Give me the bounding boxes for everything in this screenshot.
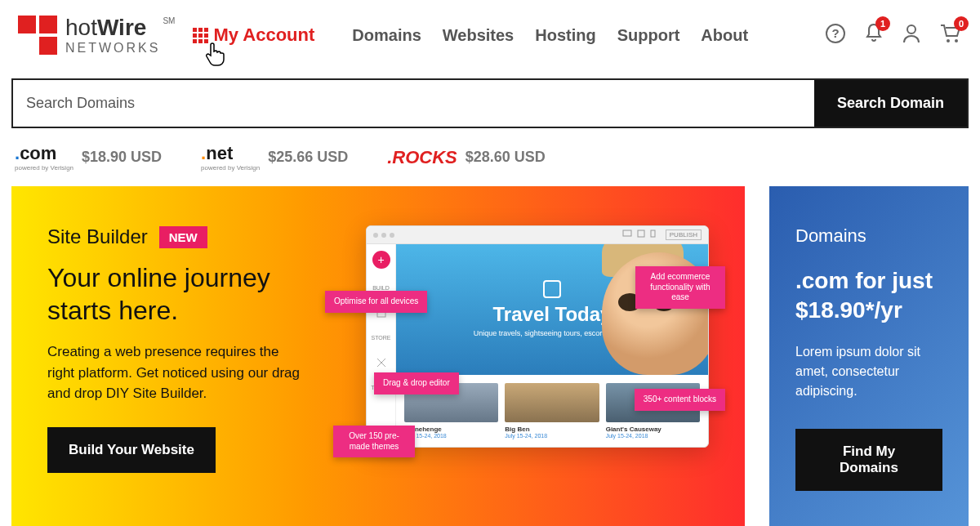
domains-title: Domains: [795, 225, 942, 247]
price-com[interactable]: .compowered by Verisign $18.90 USD: [15, 143, 162, 172]
cart-icon[interactable]: 0: [939, 23, 962, 47]
search-input[interactable]: [13, 80, 814, 127]
sb-title: Site Builder: [47, 225, 148, 248]
new-badge: NEW: [159, 226, 207, 248]
theme-icon: [376, 357, 387, 368]
domain-price-row: .compowered by Verisign $18.90 USD .netp…: [0, 135, 980, 186]
logo[interactable]: hotWireSM NETWORKS: [18, 15, 160, 56]
svg-text:?: ?: [831, 26, 839, 40]
svg-rect-6: [638, 230, 644, 237]
tag-ecom: Add ecommerce functionality with ease: [635, 266, 725, 309]
nav-websites[interactable]: Websites: [443, 26, 514, 45]
cart-badge: 0: [954, 16, 969, 31]
user-icon[interactable]: [902, 23, 921, 47]
tag-themes: Over 150 pre-made themes: [333, 426, 415, 457]
svg-point-4: [955, 39, 958, 42]
header: hotWireSM NETWORKS My Account Domains We…: [0, 0, 980, 70]
svg-point-2: [907, 25, 915, 33]
find-domains-button[interactable]: Find My Domains: [795, 429, 942, 491]
build-website-button[interactable]: Build Your Website: [47, 427, 216, 473]
price-rocks[interactable]: .ROCKS $28.60 USD: [387, 147, 546, 168]
domains-body: Lorem ipsum dolor sit amet, consectetur …: [795, 342, 942, 401]
sb-heading: Your online journey starts here.: [47, 261, 309, 327]
help-icon[interactable]: ?: [825, 23, 846, 47]
main-nav: Domains Websites Hosting Support About: [352, 26, 748, 45]
svg-point-3: [947, 39, 950, 42]
device-icons: PUBLISH: [622, 230, 702, 240]
logo-squares-icon: [18, 16, 57, 55]
my-account-link[interactable]: My Account: [193, 25, 314, 46]
tag-optimise: Optimise for all devices: [325, 291, 427, 313]
domain-search-bar: Search Domain: [11, 78, 969, 128]
tag-drag: Drag & drop editor: [374, 372, 459, 394]
tag-blocks: 350+ content blocks: [635, 389, 725, 411]
svg-rect-5: [623, 230, 631, 236]
domains-card: Domains .com for just $18.90*/yr Lorem i…: [769, 186, 969, 526]
builder-mock: PUBLISH + BUILD STORE THEME: [333, 225, 709, 491]
hand-cursor-icon: [204, 41, 227, 67]
search-button[interactable]: Search Domain: [814, 80, 967, 127]
svg-rect-7: [651, 230, 655, 237]
nav-about[interactable]: About: [701, 26, 748, 45]
nav-domains[interactable]: Domains: [352, 26, 421, 45]
plus-icon: +: [372, 251, 390, 269]
site-builder-card: Site Builder NEW Your online journey sta…: [11, 186, 745, 526]
guides-badge-icon: [543, 280, 561, 298]
bell-icon[interactable]: 1: [864, 23, 884, 47]
notify-badge: 1: [875, 16, 890, 31]
domains-heading: .com for just $18.90*/yr: [795, 266, 942, 326]
nav-hosting[interactable]: Hosting: [535, 26, 595, 45]
sb-body: Creating a web presence requires the rig…: [47, 341, 309, 404]
price-net[interactable]: .netpowered by Verisign $25.66 USD: [201, 143, 348, 172]
nav-support[interactable]: Support: [617, 26, 680, 45]
